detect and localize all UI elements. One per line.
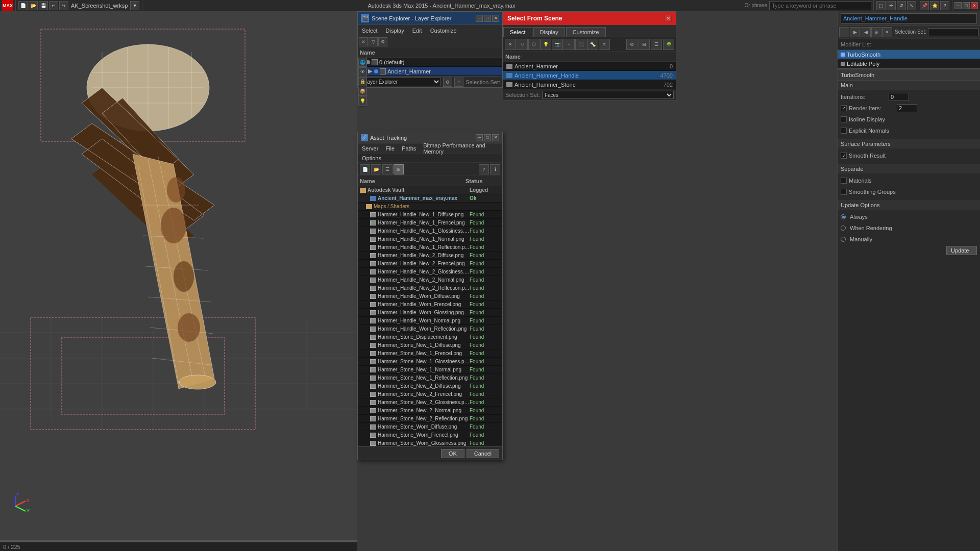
select-space-icon[interactable]: ⬛ xyxy=(575,39,586,50)
asset-help-icon[interactable]: ? xyxy=(479,164,489,174)
select-grid-icon[interactable]: ⊞ xyxy=(639,39,650,50)
scene-explorer-maximize[interactable]: □ xyxy=(484,15,491,22)
side-icon-5[interactable]: 💡 xyxy=(358,96,366,106)
restore-btn[interactable]: □ xyxy=(963,2,970,9)
asset-row-texture[interactable]: Hammer_Stone_New_1_Normal.png Found xyxy=(358,366,502,374)
menu-bitmap[interactable]: Bitmap Performance and Memory xyxy=(421,142,500,155)
select-settings-icon[interactable]: ⚙ xyxy=(626,39,638,50)
materials-checkbox[interactable] xyxy=(841,178,847,184)
layer-explorer-dropdown[interactable]: Layer Explorer xyxy=(360,78,441,86)
menu-select[interactable]: Select xyxy=(360,27,380,35)
modifier-turbosmoooth[interactable]: TurboSmooth xyxy=(838,50,980,59)
cancel-button[interactable]: Cancel xyxy=(467,449,499,458)
asset-close-btn[interactable]: ✕ xyxy=(492,134,499,141)
asset-row-texture[interactable]: Hammer_Handle_Worn_Glossing.png Found xyxy=(358,309,502,317)
object-name-field[interactable] xyxy=(841,13,977,23)
asset-row-texture[interactable]: Hammer_Stone_New_1_Diffuse.png Found xyxy=(358,341,502,349)
asset-row-texture[interactable]: Hammer_Stone_New_2_Reflection.png Found xyxy=(358,415,502,423)
always-radio[interactable] xyxy=(841,214,846,219)
mod-selection-set-field[interactable] xyxy=(928,28,978,36)
smooth-result-checkbox[interactable]: ✓ xyxy=(841,153,847,159)
render-iters-input[interactable] xyxy=(897,104,917,112)
asset-row-texture[interactable]: Hammer_Stone_Worn_Glossiness.png Found xyxy=(358,439,502,446)
close-btn[interactable]: ✕ xyxy=(971,2,978,9)
open-btn[interactable]: 📂 xyxy=(29,1,38,10)
rotate-btn[interactable]: ↺ xyxy=(897,1,906,10)
select-helper-icon[interactable]: + xyxy=(564,39,575,50)
asset-row-texture[interactable]: Hammer_Stone_New_1_Glossiness.png Found xyxy=(358,358,502,366)
asset-row-texture[interactable]: Hammer_Handle_New_2_Reflection.p... Foun… xyxy=(358,284,502,292)
layer-add-icon[interactable]: + xyxy=(454,78,463,87)
asset-row-texture[interactable]: Hammer_Handle_Worn_Reflection.png Found xyxy=(358,325,502,333)
search-input[interactable] xyxy=(769,1,871,10)
redo-btn[interactable]: ↪ xyxy=(59,1,68,10)
asset-row-texture[interactable]: Hammer_Handle_New_1_Diffuse.png Found xyxy=(358,211,502,219)
select-cam-icon[interactable]: 📷 xyxy=(552,39,563,50)
workspace-dropdown[interactable]: ▼ xyxy=(130,1,139,10)
asset-row-vault[interactable]: Autodesk Vault Logged xyxy=(358,186,502,194)
separate-subsection-header[interactable]: Separate xyxy=(838,164,980,173)
side-icon-4[interactable]: 📦 xyxy=(358,87,366,96)
menu-file[interactable]: File xyxy=(383,145,397,152)
menu-customize[interactable]: Customize xyxy=(428,27,459,35)
asset-row-texture[interactable]: Hammer_Handle_New_2_Diffuse.png Found xyxy=(358,252,502,260)
minimize-btn[interactable]: ─ xyxy=(954,2,962,9)
select-list-icon[interactable]: ☰ xyxy=(651,39,662,50)
turbosmoooth-header[interactable]: TurboSmooth xyxy=(838,69,980,81)
asset-restore-btn[interactable]: □ xyxy=(484,134,491,141)
asset-row-folder[interactable]: Maps / Shaders xyxy=(358,203,502,211)
scale-btn[interactable]: ⤡ xyxy=(907,1,916,10)
isoline-checkbox[interactable] xyxy=(841,116,847,122)
viewport-3d[interactable]: [+] [Perspective] [Shaded + Edged Faces] xyxy=(0,11,357,551)
layer-default[interactable]: ▶ 0 (default) xyxy=(358,58,502,67)
mod-tool-3[interactable]: ◀ xyxy=(861,27,871,37)
select-item-handle[interactable]: Ancient_Hammer_Handle 4700 xyxy=(503,71,676,80)
mod-tool-2[interactable]: ▶ xyxy=(850,27,860,37)
asset-folder-icon[interactable]: 📂 xyxy=(371,164,381,174)
explicit-normals-checkbox[interactable] xyxy=(841,128,847,134)
asset-row-maxfile[interactable]: Ancient_Hammer_max_vray.max Ok xyxy=(358,194,502,203)
asset-row-texture[interactable]: Hammer_Handle_New_1_Normal.png Found xyxy=(358,235,502,243)
modifier-editablepoly[interactable]: Editable Poly xyxy=(838,59,980,68)
asset-row-texture[interactable]: Hammer_Stone_New_2_Glossiness.png Found xyxy=(358,398,502,407)
surface-subsection-header[interactable]: Surface Parameters xyxy=(838,139,980,148)
asset-row-texture[interactable]: Hammer_Stone_New_2_Normal.png Found xyxy=(358,407,502,415)
mod-tool-4[interactable]: ⊕ xyxy=(871,27,881,37)
asset-row-texture[interactable]: Hammer_Stone_New_1_Reflection.png Found xyxy=(358,374,502,382)
mod-tool-1[interactable]: ⬚ xyxy=(839,27,849,37)
asset-row-texture[interactable]: Hammer_Stone_Worn_Diffuse.png Found xyxy=(358,423,502,431)
render-iters-checkbox[interactable]: ✓ xyxy=(841,105,847,111)
star-btn[interactable]: ⭐ xyxy=(930,1,939,10)
asset-row-texture[interactable]: Hammer_Handle_New_2_Frencel.png Found xyxy=(358,260,502,268)
asset-new-icon[interactable]: 📄 xyxy=(360,164,370,174)
save-btn[interactable]: 💾 xyxy=(39,1,48,10)
asset-row-texture[interactable]: Hammer_Handle_Worn_Diffuse.png Found xyxy=(358,292,502,300)
select-item-ancient-hammer[interactable]: Ancient_Hammer 0 xyxy=(503,62,676,71)
settings-icon[interactable]: ⚙ xyxy=(378,37,387,46)
select-item-stone[interactable]: Ancient_Hammer_Stone 702 xyxy=(503,80,676,89)
mod-tool-5[interactable]: ✕ xyxy=(882,27,892,37)
manually-radio[interactable] xyxy=(841,237,846,242)
move-btn[interactable]: ✛ xyxy=(887,1,896,10)
asset-row-texture[interactable]: Hammer_Stone_New_2_Diffuse.png Found xyxy=(358,382,502,390)
ok-button[interactable]: OK xyxy=(441,449,464,458)
asset-row-texture[interactable]: Hammer_Handle_Worn_Frencel.png Found xyxy=(358,300,502,309)
select-region-btn[interactable]: ⬚ xyxy=(876,1,886,10)
iterations-input[interactable] xyxy=(889,93,909,101)
scene-explorer-minimize[interactable]: ─ xyxy=(476,15,483,22)
asset-row-texture[interactable]: Hammer_Handle_New_1_Frencel.png Found xyxy=(358,219,502,227)
side-icon-3[interactable]: 🔒 xyxy=(358,77,366,86)
update-btn[interactable]: Update xyxy=(946,246,977,255)
menu-options[interactable]: Options xyxy=(360,155,383,162)
select-hier-icon[interactable]: 🌳 xyxy=(663,39,674,50)
main-subsection-header[interactable]: Main xyxy=(838,81,980,90)
select-bone-icon[interactable]: 🦴 xyxy=(587,39,598,50)
asset-row-texture[interactable]: Hammer_Handle_Worn_Normal.png Found xyxy=(358,317,502,325)
asset-list-icon[interactable]: ☰ xyxy=(382,164,393,174)
selection-set-dropdown[interactable]: Faces xyxy=(542,91,674,99)
asset-info-icon[interactable]: ℹ xyxy=(490,164,500,174)
tab-customize[interactable]: Customize xyxy=(566,27,606,37)
asset-grid-icon[interactable]: ⊞ xyxy=(394,164,404,174)
asset-row-texture[interactable]: Hammer_Handle_New_2_Normal.png Found xyxy=(358,276,502,284)
asset-row-texture[interactable]: Hammer_Handle_New_2_Glossiness.p... Foun… xyxy=(358,268,502,276)
